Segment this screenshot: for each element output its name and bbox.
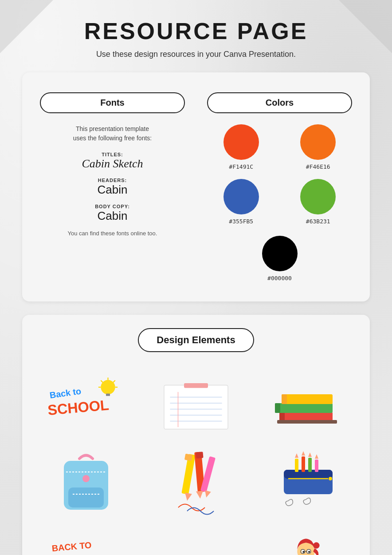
fonts-intro-line2: uses the following free fonts: [73, 135, 152, 142]
design-elements-header: Design Elements [138, 328, 254, 352]
svg-rect-9 [164, 385, 228, 429]
font-body-label: BODY COPY: [40, 204, 185, 209]
svg-rect-20 [275, 403, 280, 413]
color-hex-red-orange: #F1491C [229, 163, 253, 170]
element-backpack [35, 443, 137, 519]
fonts-section-header: Fonts [40, 92, 185, 113]
colors-section-header: Colors [207, 92, 352, 113]
main-card: Fonts This presentation template uses th… [22, 72, 370, 301]
svg-line-3 [113, 381, 115, 383]
svg-rect-31 [184, 454, 192, 461]
element-pencilcase [255, 445, 357, 516]
page-header: RESOURCE PAGE Use these design resources… [22, 18, 370, 59]
svg-rect-45 [308, 458, 312, 472]
page-wrapper: RESOURCE PAGE Use these design resources… [0, 0, 392, 555]
color-hex-black: #000000 [267, 275, 292, 281]
svg-point-28 [82, 475, 90, 482]
svg-line-4 [101, 381, 103, 383]
svg-text:BACK TO: BACK TO [51, 540, 92, 553]
element-doodles [145, 537, 247, 555]
svg-rect-23 [277, 420, 337, 424]
element-back-to-school-2: BACK TO S C H O O L [35, 535, 137, 555]
color-circle-orange [300, 124, 336, 160]
svg-text:Back to: Back to [49, 386, 82, 400]
element-globe-girl [255, 527, 357, 555]
svg-marker-44 [302, 451, 305, 456]
svg-rect-17 [279, 412, 333, 421]
color-hex-green: #63B231 [306, 218, 330, 225]
svg-rect-21 [282, 394, 333, 404]
page-title: RESOURCE PAGE [22, 18, 370, 44]
color-item-orange: #F46E16 [300, 124, 336, 170]
svg-point-66 [313, 542, 319, 548]
svg-rect-22 [282, 394, 287, 404]
svg-rect-19 [275, 403, 333, 413]
fonts-intro-line1: This presentation template [76, 125, 149, 132]
svg-rect-47 [315, 460, 318, 472]
design-elements-card: Design Elements B [22, 315, 370, 555]
page-subtitle: Use these design resources in your Canva… [22, 50, 370, 59]
colors-section: Colors #F1491C #F46E16 #355FB5 [203, 88, 357, 286]
svg-rect-34 [196, 452, 203, 458]
design-header-wrapper: Design Elements [35, 328, 357, 363]
svg-rect-25 [68, 488, 104, 507]
svg-marker-46 [308, 452, 312, 457]
elements-grid: Back to SCHOOL [35, 372, 357, 555]
font-titles-name: Cabin Sketch [40, 157, 185, 170]
font-headers-label: HEADERS: [40, 178, 185, 183]
color-circle-blue [223, 179, 259, 214]
colors-grid: #F1491C #F46E16 #355FB5 #63B231 [207, 124, 352, 281]
svg-text:SCHOOL: SCHOOL [47, 397, 110, 418]
svg-point-40 [329, 477, 332, 480]
fonts-note: You can find these fonts online too. [40, 230, 185, 237]
color-item-blue: #355FB5 [223, 179, 259, 225]
font-body-name: Cabin [40, 209, 185, 223]
svg-marker-42 [295, 453, 298, 458]
svg-rect-10 [184, 383, 208, 388]
color-hex-blue: #355FB5 [229, 218, 253, 225]
color-hex-orange: #F46E16 [306, 163, 330, 170]
color-item-black: #000000 [262, 236, 298, 281]
color-circle-red-orange [223, 124, 259, 160]
color-circle-black [262, 236, 298, 271]
element-pencils [145, 445, 247, 516]
color-item-green: #63B231 [300, 179, 336, 225]
svg-marker-30 [184, 493, 192, 502]
card-grid: Fonts This presentation template uses th… [35, 88, 357, 286]
font-item-titles: TITLES: Cabin Sketch [40, 152, 185, 170]
svg-point-70 [308, 551, 310, 553]
svg-point-69 [302, 551, 305, 553]
element-back-to-school-1: Back to SCHOOL [35, 375, 137, 431]
fonts-section: Fonts This presentation template uses th… [35, 88, 189, 286]
svg-rect-41 [295, 459, 298, 472]
svg-rect-1 [106, 393, 110, 396]
color-item-red-orange: #F1491C [223, 124, 259, 170]
element-notebook [145, 375, 247, 431]
svg-marker-48 [315, 454, 318, 459]
svg-marker-33 [196, 491, 204, 499]
font-titles-label: TITLES: [40, 152, 185, 157]
element-books [255, 372, 357, 434]
svg-rect-18 [279, 412, 285, 421]
font-item-body: BODY COPY: Cabin [40, 204, 185, 223]
svg-rect-43 [302, 456, 305, 472]
color-circle-green [300, 179, 336, 214]
page-content: RESOURCE PAGE Use these design resources… [0, 0, 392, 555]
font-headers-name: Cabin [40, 183, 185, 197]
font-item-headers: HEADERS: Cabin [40, 178, 185, 197]
fonts-intro: This presentation template uses the foll… [40, 124, 185, 143]
